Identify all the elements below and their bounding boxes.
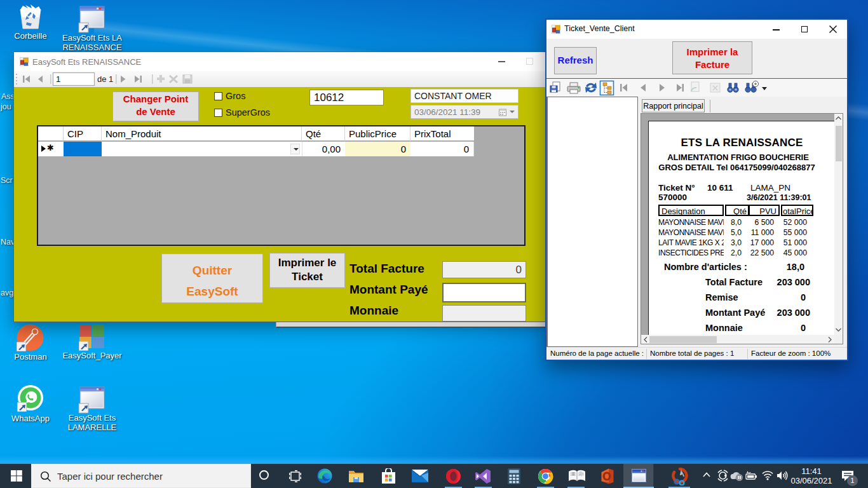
svg-text:1: 1 <box>56 74 60 84</box>
svg-text:de 1: de 1 <box>97 74 113 84</box>
